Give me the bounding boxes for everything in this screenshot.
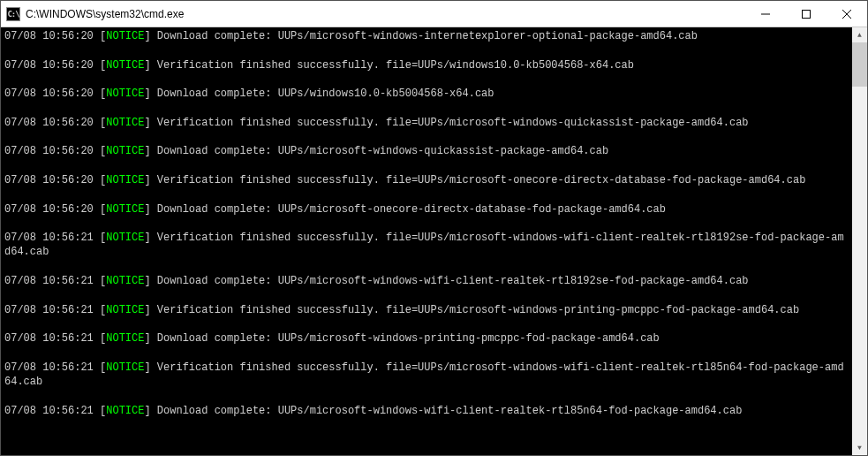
log-message: Download complete: UUPs/microsoft-window…: [157, 145, 608, 157]
log-line: 07/08 10:56:20 [NOTICE] Verification fin…: [4, 173, 849, 187]
scroll-up-arrow[interactable]: ▲: [852, 27, 867, 42]
log-timestamp: 07/08 10:56:20: [4, 87, 94, 100]
terminal-output[interactable]: 07/08 10:56:20 [NOTICE] Download complet…: [1, 27, 852, 455]
log-level: NOTICE: [106, 145, 144, 157]
log-message: Download complete: UUPs/microsoft-window…: [157, 405, 743, 417]
log-message: Download complete: UUPs/windows10.0-kb50…: [157, 87, 494, 100]
scroll-down-arrow[interactable]: ▼: [852, 440, 867, 455]
log-timestamp: 07/08 10:56:20: [4, 117, 94, 129]
log-level: NOTICE: [106, 405, 144, 417]
log-level: NOTICE: [106, 275, 144, 287]
window-controls: [745, 1, 867, 27]
cmd-icon: C:\: [6, 7, 20, 21]
log-timestamp: 07/08 10:56:21: [4, 332, 94, 345]
log-line: 07/08 10:56:21 [NOTICE] Download complet…: [4, 331, 849, 346]
log-line: 07/08 10:56:20 [NOTICE] Verification fin…: [4, 58, 849, 72]
log-level: NOTICE: [106, 304, 144, 316]
log-message: Verification finished successfully. file…: [157, 117, 749, 129]
log-timestamp: 07/08 10:56:21: [4, 275, 94, 287]
log-timestamp: 07/08 10:56:21: [4, 304, 94, 316]
log-timestamp: 07/08 10:56:21: [4, 405, 94, 417]
log-timestamp: 07/08 10:56:21: [4, 361, 94, 374]
log-line: 07/08 10:56:21 [NOTICE] Download complet…: [4, 404, 849, 418]
log-level: NOTICE: [106, 332, 144, 345]
log-line: 07/08 10:56:20 [NOTICE] Download complet…: [4, 87, 849, 101]
titlebar[interactable]: C:\ C:\WINDOWS\system32\cmd.exe: [1, 1, 867, 27]
log-message: Verification finished successfully. file…: [157, 304, 799, 316]
log-line: 07/08 10:56:20 [NOTICE] Verification fin…: [4, 116, 849, 130]
log-message: Download complete: UUPs/microsoft-window…: [157, 30, 698, 42]
log-level: NOTICE: [106, 87, 144, 100]
log-line: 07/08 10:56:20 [NOTICE] Download complet…: [4, 202, 849, 217]
log-timestamp: 07/08 10:56:20: [4, 145, 94, 157]
log-timestamp: 07/08 10:56:21: [4, 232, 94, 244]
log-message: Download complete: UUPs/microsoft-window…: [157, 275, 749, 287]
maximize-button[interactable]: [786, 1, 826, 27]
log-message: Verification finished successfully. file…: [157, 59, 634, 72]
log-message: Verification finished successfully. file…: [157, 174, 806, 186]
log-line: 07/08 10:56:21 [NOTICE] Download complet…: [4, 274, 849, 288]
log-line: 07/08 10:56:20 [NOTICE] Download complet…: [4, 29, 849, 43]
log-level: NOTICE: [106, 361, 144, 374]
log-timestamp: 07/08 10:56:20: [4, 30, 94, 42]
log-level: NOTICE: [106, 203, 144, 216]
window-title: C:\WINDOWS\system32\cmd.exe: [26, 8, 745, 20]
log-level: NOTICE: [106, 232, 144, 244]
log-level: NOTICE: [106, 174, 144, 186]
log-line: 07/08 10:56:21 [NOTICE] Verification fin…: [4, 303, 849, 317]
terminal-wrapper: 07/08 10:56:20 [NOTICE] Download complet…: [1, 27, 867, 455]
log-line: 07/08 10:56:21 [NOTICE] Verification fin…: [4, 231, 849, 260]
scroll-thumb[interactable]: [852, 42, 867, 87]
log-line: 07/08 10:56:21 [NOTICE] Verification fin…: [4, 361, 849, 390]
log-timestamp: 07/08 10:56:20: [4, 174, 94, 186]
svg-rect-1: [803, 10, 811, 18]
log-line: 07/08 10:56:20 [NOTICE] Download complet…: [4, 144, 849, 158]
log-level: NOTICE: [106, 30, 144, 42]
log-timestamp: 07/08 10:56:20: [4, 59, 94, 72]
scrollbar[interactable]: ▲ ▼: [852, 27, 867, 455]
close-button[interactable]: [826, 1, 867, 27]
minimize-button[interactable]: [745, 1, 786, 27]
log-message: Download complete: UUPs/microsoft-onecor…: [157, 203, 666, 216]
log-timestamp: 07/08 10:56:20: [4, 203, 94, 216]
log-message: Download complete: UUPs/microsoft-window…: [157, 332, 660, 345]
log-level: NOTICE: [106, 59, 144, 72]
log-level: NOTICE: [106, 117, 144, 129]
